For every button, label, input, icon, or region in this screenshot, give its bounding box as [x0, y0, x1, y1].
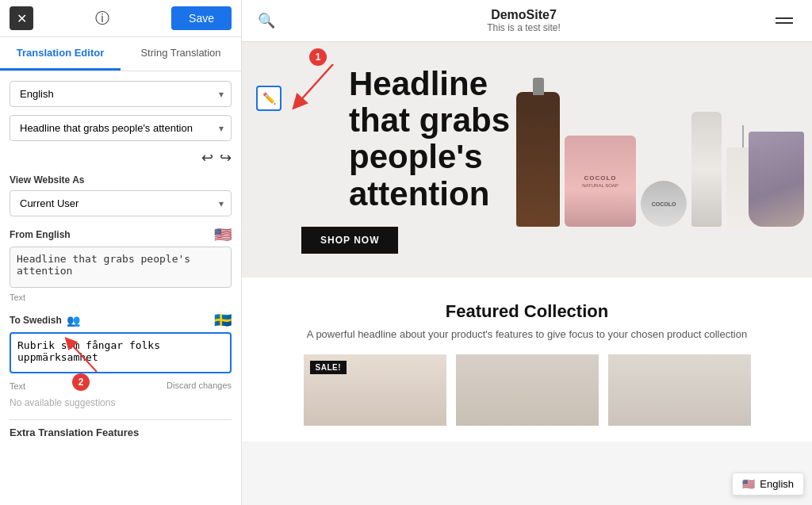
left-panel: ✕ ⓘ Save Translation Editor String Trans… [0, 0, 242, 505]
discard-changes-link[interactable]: Discard changes [167, 381, 232, 390]
extra-features-section: Extra Translation Features [10, 419, 232, 438]
language-select-wrapper: English Swedish French German [10, 81, 232, 107]
hero-section: 1 ✏️ Headline that grabs people's attent… [242, 42, 812, 277]
view-as-select-wrapper: Current User Guest Admin [10, 190, 232, 216]
product-card-3-image [608, 354, 751, 426]
search-icon: 🔍 [258, 13, 275, 29]
redo-button[interactable]: ↪ [220, 149, 232, 166]
view-website-as-label: View Website As [10, 174, 232, 186]
from-english-textarea[interactable]: Headline that grabs people's attention [10, 247, 232, 288]
product-slim-bottle [691, 112, 722, 227]
string-select[interactable]: Headline that grabs people's attention [10, 115, 232, 141]
tabs: Translation Editor String Translation [0, 37, 241, 71]
undo-redo-toolbar: ↩ ↪ [10, 149, 232, 166]
from-english-field-type: Text [10, 293, 232, 302]
tab-translation-editor[interactable]: Translation Editor [0, 37, 121, 71]
site-content: 1 ✏️ Headline that grabs people's attent… [242, 42, 812, 505]
site-title: DemoSite7 [487, 8, 561, 22]
featured-subtitle: A powerful headline about your product's… [258, 328, 796, 340]
se-flag-icon: 🇸🇪 [214, 312, 232, 329]
to-swedish-section: To Swedish 👥 🇸🇪 Rubrik som fångar folks … [10, 312, 232, 408]
hero-headline: Headline that grabs people's attention [349, 66, 555, 212]
hamburger-menu-button[interactable] [772, 14, 796, 27]
shop-now-button[interactable]: SHOP NOW [301, 227, 398, 254]
right-panel: 🔍 DemoSite7 This is a test site! 1 [242, 0, 812, 505]
site-subtitle: This is a test site! [487, 22, 561, 33]
to-swedish-field-type: Text [10, 381, 25, 391]
save-button[interactable]: Save [171, 6, 232, 30]
svg-line-0 [69, 342, 97, 372]
annotation-2-wrapper: Rubrik som fångar folks uppmärksamhet 2 [10, 332, 232, 377]
featured-title: Featured Collection [258, 301, 796, 322]
us-flag-icon: 🇺🇸 [214, 226, 232, 243]
product-card-2 [456, 354, 599, 426]
from-english-label: From English [10, 229, 71, 240]
hamburger-line-1 [776, 17, 793, 19]
to-swedish-label: To Swedish [10, 315, 62, 326]
product-card-2-image [456, 354, 599, 426]
product-card-1: SALE! [304, 354, 446, 426]
annotation-badge-1: 1 [309, 48, 327, 66]
english-label: English [760, 478, 794, 490]
no-suggestions-text: No available suggestions [10, 397, 232, 408]
pencil-icon: ✏️ [262, 92, 276, 105]
site-header-center: DemoSite7 This is a test site! [487, 8, 561, 33]
top-bar: ✕ ⓘ Save [0, 0, 241, 37]
site-header: 🔍 DemoSite7 This is a test site! [242, 0, 812, 42]
english-language-button[interactable]: 🇺🇸 English [732, 472, 804, 495]
sale-badge: SALE! [310, 361, 347, 374]
ai-users-icon: 👥 [67, 314, 80, 327]
annotation-1-arrow [285, 64, 349, 128]
product-jar-pink: COCOLO NATURAL SOAP [565, 136, 636, 227]
us-flag-small-icon: 🇺🇸 [742, 478, 755, 490]
panel-body: English Swedish French German Headline t… [0, 71, 241, 505]
view-website-as-section: View Website As Current User Guest Admin [10, 174, 232, 216]
tab-string-translation[interactable]: String Translation [121, 37, 241, 71]
annotation-2-arrow [57, 334, 105, 373]
product-image-group: COCOLO NATURAL SOAP COCOLO [516, 92, 812, 227]
view-as-select[interactable]: Current User Guest Admin [10, 190, 232, 216]
products-row: SALE! [258, 354, 796, 426]
close-button[interactable]: ✕ [10, 6, 33, 30]
to-swedish-textarea[interactable]: Rubrik som fångar folks uppmärksamhet [10, 332, 232, 373]
from-english-section: From English 🇺🇸 Headline that grabs peop… [10, 226, 232, 302]
discard-row: Text Discard changes [10, 380, 232, 391]
language-select[interactable]: English Swedish French German [10, 81, 232, 107]
lavender-bunch [749, 132, 804, 227]
search-button[interactable]: 🔍 [258, 12, 275, 29]
hamburger-line-2 [776, 22, 793, 24]
product-small-jar: COCOLO [641, 181, 687, 227]
diffuser-sticks [742, 125, 744, 147]
annotation-2: 2 [57, 334, 105, 391]
svg-line-1 [297, 64, 333, 104]
featured-section: Featured Collection A powerful headline … [242, 277, 812, 442]
string-select-wrapper: Headline that grabs people's attention [10, 115, 232, 141]
hero-edit-button[interactable]: ✏️ [256, 86, 282, 111]
product-card-3 [608, 354, 751, 426]
from-english-header: From English 🇺🇸 [10, 226, 232, 243]
annotation-badge-2: 2 [72, 373, 90, 391]
annotation-1: 1 [309, 48, 327, 66]
to-swedish-header: To Swedish 👥 🇸🇪 [10, 312, 232, 329]
info-button[interactable]: ⓘ [90, 6, 114, 30]
undo-button[interactable]: ↩ [201, 149, 213, 166]
